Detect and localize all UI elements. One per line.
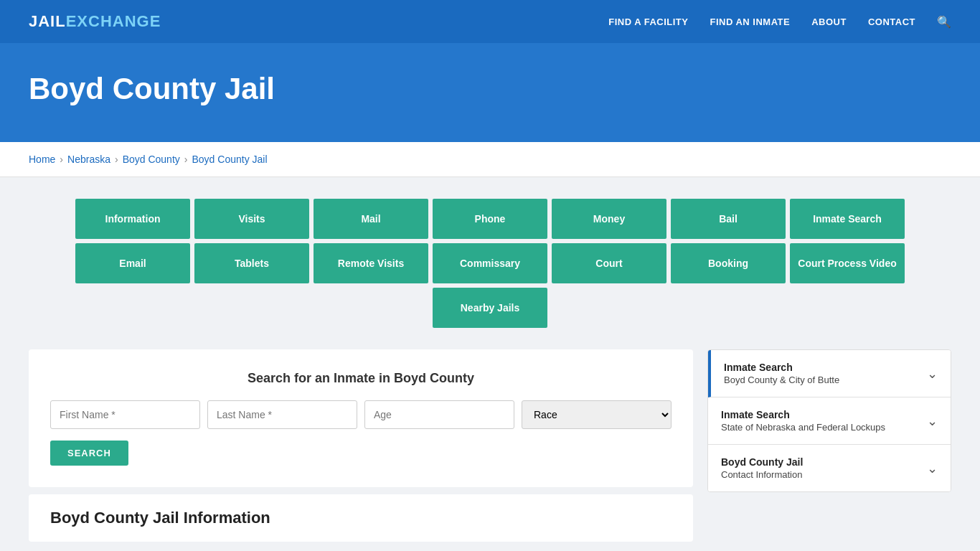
category-tile[interactable]: Commissary [433, 243, 547, 283]
category-tile[interactable]: Phone [433, 199, 547, 239]
chevron-down-icon: ⌄ [927, 461, 938, 476]
category-tile[interactable]: Money [552, 199, 666, 239]
sidebar-item-label: Inmate Search [724, 362, 839, 373]
content-row: Search for an Inmate in Boyd County Race… [29, 349, 951, 542]
sidebar-item[interactable]: Boyd County JailContact Information⌄ [708, 445, 951, 491]
sidebar-item-sublabel: State of Nebraska and Federal Lockups [721, 422, 885, 433]
category-tile[interactable]: Information [75, 199, 190, 239]
category-tile[interactable]: Tablets [194, 243, 309, 283]
breadcrumb-link[interactable]: Boyd County [123, 154, 180, 165]
nav-link[interactable]: ABOUT [811, 17, 847, 27]
chevron-down-icon: ⌄ [927, 413, 938, 429]
breadcrumb-link[interactable]: Nebraska [67, 154, 110, 165]
search-icon[interactable]: 🔍 [937, 15, 951, 29]
first-name-input[interactable] [50, 400, 200, 429]
site-header: JAIL EXCHANGE FIND A FACILITYFIND AN INM… [0, 0, 980, 43]
sidebar-item-label: Inmate Search [721, 409, 885, 420]
category-tile[interactable]: Court [552, 243, 666, 283]
breadcrumb-separator: › [184, 154, 188, 165]
category-tiles: InformationVisitsMailPhoneMoneyBailInmat… [29, 199, 951, 328]
category-tile[interactable]: Mail [314, 199, 428, 239]
inmate-search-box: Search for an Inmate in Boyd County Race… [29, 349, 693, 487]
search-title: Search for an Inmate in Boyd County [50, 371, 672, 386]
sidebar-item-sublabel: Contact Information [721, 469, 803, 480]
category-tile[interactable]: Visits [194, 199, 309, 239]
category-tile[interactable]: Booking [671, 243, 786, 283]
section-heading-box: Boyd County Jail Information [29, 494, 693, 542]
sidebar-item-label: Boyd County Jail [721, 456, 803, 468]
page-title: Boyd County Jail [29, 72, 951, 106]
search-fields: RaceWhiteBlackHispanicAsianOther [50, 400, 672, 429]
last-name-input[interactable] [207, 400, 357, 429]
search-button[interactable]: SEARCH [50, 441, 128, 466]
main-nav: FIND A FACILITYFIND AN INMATEABOUTCONTAC… [608, 15, 951, 29]
category-tile[interactable]: Nearby Jails [433, 288, 547, 328]
category-tile[interactable]: Bail [671, 199, 786, 239]
hero-section: Boyd County Jail [0, 43, 980, 142]
logo-jail: JAIL [29, 12, 66, 31]
sidebar-item[interactable]: Inmate SearchBoyd County & City of Butte… [708, 350, 951, 397]
nav-link[interactable]: FIND A FACILITY [608, 17, 688, 27]
category-tile[interactable]: Court Process Video [790, 243, 905, 283]
sidebar-item-sublabel: Boyd County & City of Butte [724, 375, 839, 385]
race-select[interactable]: RaceWhiteBlackHispanicAsianOther [522, 400, 672, 429]
category-tile[interactable]: Email [75, 243, 190, 283]
breadcrumb-link[interactable]: Boyd County Jail [192, 154, 267, 165]
breadcrumb: Home›Nebraska›Boyd County›Boyd County Ja… [0, 142, 980, 177]
main-content: InformationVisitsMailPhoneMoneyBailInmat… [0, 177, 980, 551]
logo-exchange: EXCHANGE [66, 12, 161, 31]
section-heading-title: Boyd County Jail Information [50, 509, 672, 527]
sidebar-item[interactable]: Inmate SearchState of Nebraska and Feder… [708, 397, 951, 445]
breadcrumb-separator: › [115, 154, 118, 165]
nav-link[interactable]: CONTACT [868, 17, 915, 27]
age-input[interactable] [364, 400, 514, 429]
breadcrumb-link[interactable]: Home [29, 154, 55, 165]
breadcrumb-separator: › [60, 154, 63, 165]
nav-link[interactable]: FIND AN INMATE [710, 17, 790, 27]
category-tile[interactable]: Remote Visits [314, 243, 428, 283]
chevron-down-icon: ⌄ [927, 366, 938, 382]
sidebar: Inmate SearchBoyd County & City of Butte… [707, 349, 951, 492]
site-logo[interactable]: JAIL EXCHANGE [29, 12, 161, 31]
category-tile[interactable]: Inmate Search [790, 199, 905, 239]
